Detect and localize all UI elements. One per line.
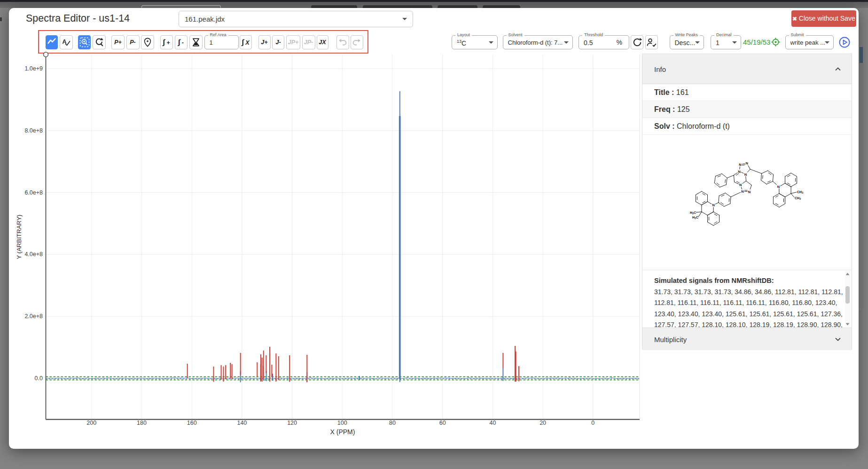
svg-text:N: N: [748, 190, 751, 194]
svg-text:120: 120: [287, 420, 297, 426]
svg-text:140: 140: [237, 420, 247, 426]
svg-text:20: 20: [540, 420, 546, 426]
svg-text:X (PPM): X (PPM): [330, 428, 355, 436]
svg-text:N: N: [744, 172, 747, 177]
svg-text:8.0e+8: 8.0e+8: [24, 127, 43, 134]
svg-text:N: N: [712, 203, 714, 207]
svg-text:4.0e+8: 4.0e+8: [24, 251, 43, 258]
svg-text:N: N: [741, 189, 743, 194]
svg-text:CH3: CH3: [795, 196, 801, 200]
svg-text:60: 60: [439, 420, 446, 426]
svg-text:N: N: [777, 185, 780, 189]
svg-text:N: N: [738, 170, 740, 174]
svg-text:H3C: H3C: [690, 211, 696, 215]
svg-text:160: 160: [187, 420, 197, 426]
svg-text:6.0e+8: 6.0e+8: [24, 189, 43, 196]
svg-text:N: N: [745, 161, 748, 165]
svg-text:N: N: [739, 183, 742, 187]
svg-text:80: 80: [389, 420, 396, 426]
svg-text:2.0e+8: 2.0e+8: [24, 313, 43, 320]
svg-text:0: 0: [591, 420, 594, 426]
svg-text:0.0: 0.0: [35, 375, 43, 382]
svg-text:CH3: CH3: [797, 190, 803, 194]
svg-text:180: 180: [137, 420, 147, 426]
svg-text:H3C: H3C: [692, 216, 698, 219]
svg-text:1.0e+9: 1.0e+9: [24, 65, 43, 72]
svg-text:200: 200: [86, 420, 96, 426]
svg-text:40: 40: [489, 420, 496, 426]
svg-text:N: N: [739, 163, 741, 167]
svg-text:100: 100: [337, 420, 347, 426]
svg-text:Y (ARBITRARY): Y (ARBITRARY): [16, 215, 23, 259]
